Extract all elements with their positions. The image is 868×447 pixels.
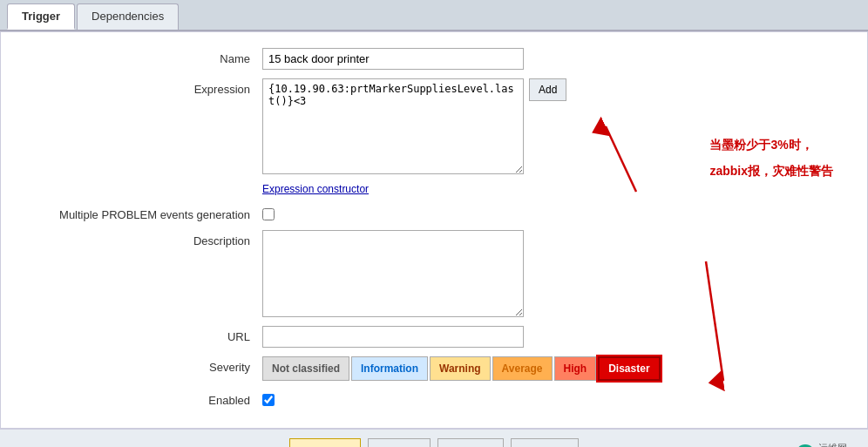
watermark-text: 运维网 iyunv.com [818, 442, 861, 447]
multiple-events-checkbox[interactable] [262, 208, 275, 220]
enabled-checkbox[interactable] [262, 394, 275, 406]
watermark-sub: 运维网 [818, 443, 847, 447]
add-button[interactable]: Add [529, 78, 566, 101]
expression-label: Expression [18, 78, 262, 96]
watermark: 运 运维网 iyunv.com [796, 442, 861, 447]
severity-warning[interactable]: Warning [430, 356, 491, 381]
clone-button[interactable]: Clone [368, 438, 431, 447]
severity-label: Severity [18, 356, 262, 374]
content-area: Name Expression {10.19.90.63:prtMarkerSu… [0, 31, 868, 429]
name-input[interactable] [262, 48, 524, 70]
update-button[interactable]: Update [289, 438, 361, 447]
enabled-row: Enabled [18, 389, 850, 407]
expression-wrapper: {10.19.90.63:prtMarkerSuppliesLevel.last… [262, 78, 566, 174]
multiple-events-field [262, 208, 850, 220]
description-field [262, 230, 850, 317]
expression-constructor-field: Expression constructor [262, 183, 850, 195]
page-wrapper: Trigger Dependencies Name Expression {10… [0, 0, 868, 447]
expression-field: {10.19.90.63:prtMarkerSuppliesLevel.last… [262, 78, 850, 174]
name-label: Name [18, 48, 262, 65]
url-input[interactable] [262, 326, 524, 348]
url-field [262, 326, 850, 348]
severity-high[interactable]: High [554, 356, 597, 381]
watermark-logo: 运 [796, 444, 815, 448]
name-row: Name [18, 48, 850, 70]
enabled-field [262, 394, 850, 406]
description-label: Description [18, 230, 262, 247]
expression-constructor-link[interactable]: Expression constructor [262, 183, 369, 195]
severity-disaster[interactable]: Disaster [598, 356, 660, 381]
delete-button[interactable]: Delete [437, 438, 504, 447]
tabs-bar: Trigger Dependencies [0, 0, 868, 31]
multiple-events-row: Multiple PROBLEM events generation [18, 204, 850, 221]
description-row: Description [18, 230, 850, 317]
bottom-bar: Update Clone Delete Cancel [0, 429, 868, 447]
expression-input[interactable]: {10.19.90.63:prtMarkerSuppliesLevel.last… [262, 78, 524, 174]
enabled-label: Enabled [18, 389, 262, 407]
url-row: URL [18, 326, 850, 348]
url-label: URL [18, 326, 262, 343]
severity-row: Severity Not classified Information Warn… [18, 356, 850, 381]
severity-field: Not classified Information Warning Avera… [262, 356, 850, 381]
tab-trigger[interactable]: Trigger [7, 3, 75, 30]
tab-dependencies[interactable]: Dependencies [77, 3, 179, 30]
multiple-events-label: Multiple PROBLEM events generation [18, 204, 262, 221]
expression-row: Expression {10.19.90.63:prtMarkerSupplie… [18, 78, 850, 174]
severity-not-classified[interactable]: Not classified [262, 356, 349, 381]
description-input[interactable] [262, 230, 524, 317]
expression-constructor-row: Expression constructor [18, 183, 850, 195]
name-field [262, 48, 850, 70]
expression-constructor-spacer [18, 183, 262, 187]
severity-buttons: Not classified Information Warning Avera… [262, 356, 661, 381]
cancel-button[interactable]: Cancel [511, 438, 579, 447]
severity-information[interactable]: Information [351, 356, 428, 381]
severity-average[interactable]: Average [492, 356, 553, 381]
